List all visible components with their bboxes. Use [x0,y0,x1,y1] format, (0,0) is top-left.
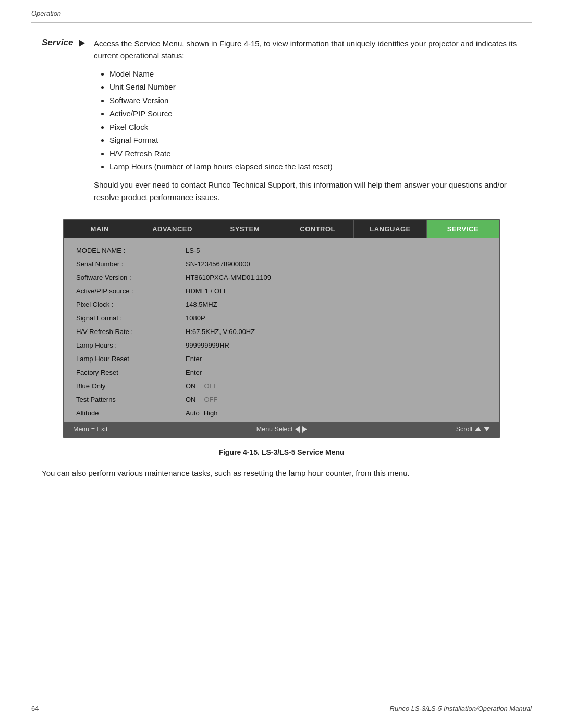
support-text: Should you ever need to contact Runco Te… [94,179,521,204]
osd-tab-bar: MAIN ADVANCED SYSTEM CONTROL LANGUAGE SE… [64,220,499,238]
manual-title: Runco LS-3/LS-5 Installation/Operation M… [390,705,532,712]
list-item: Unit Serial Number [109,80,521,94]
tab-language[interactable]: LANGUAGE [354,220,426,238]
table-row: Blue Only ON OFF [64,379,499,393]
table-row: Lamp Hour Reset Enter [64,352,499,366]
tab-advanced[interactable]: ADVANCED [136,220,209,238]
arrow-left-icon [295,426,300,433]
list-item: Pixel Clock [109,120,521,134]
table-row: Signal Format : 1080P [64,312,499,325]
feature-list: Model Name Unit Serial Number Software V… [109,67,521,174]
list-item: Model Name [109,67,521,81]
list-item: H/V Refresh Rate [109,147,521,161]
arrow-right-icon [302,426,307,433]
list-item: Lamp Hours (number of lamp hours elapsed… [109,160,521,174]
table-row: Factory Reset Enter [64,366,499,379]
figure-caption: Figure 4-15. LS-3/LS-5 Service Menu [42,448,521,456]
table-row: Test Patterns ON OFF [64,393,499,406]
page-footer: 64 Runco LS-3/LS-5 Installation/Operatio… [0,705,563,712]
page-header: Operation [0,0,563,17]
list-item: Software Version [109,94,521,107]
tab-main[interactable]: MAIN [64,220,136,238]
table-row: MODEL NAME : LS-5 [64,244,499,257]
tab-service[interactable]: SERVICE [427,220,499,238]
osd-footer: Menu = Exit Menu Select Scroll [64,422,499,437]
table-row: Pixel Clock : 148.5MHZ [64,298,499,312]
tab-system[interactable]: SYSTEM [209,220,282,238]
main-content: Service Access the Service Menu, shown i… [0,23,563,479]
table-row: Active/PIP source : HDMI 1 / OFF [64,285,499,298]
osd-menu: MAIN ADVANCED SYSTEM CONTROL LANGUAGE SE… [63,219,500,438]
table-row: Software Version : HT8610PXCA-MMD01.1109 [64,271,499,285]
table-row: Lamp Hours : 999999999HR [64,339,499,352]
scroll-label: Scroll [456,426,490,433]
service-intro: Service Access the Service Menu, shown i… [42,38,521,204]
table-row: Altitude Auto High [64,406,499,420]
table-row: Serial Number : SN-12345678900000 [64,257,499,271]
arrow-up-icon [475,427,481,431]
list-item: Active/PIP Source [109,107,521,120]
section-label: Operation [31,9,61,17]
tab-control[interactable]: CONTROL [282,220,354,238]
menu-exit-label: Menu = Exit [73,426,107,433]
service-label: Service [42,38,94,48]
list-item: Signal Format [109,133,521,147]
table-row: H/V Refresh Rate : H:67.5KHZ, V:60.00HZ [64,325,499,339]
arrow-down-icon [484,427,490,431]
maintenance-text: You can also perform various maintenance… [42,467,521,479]
osd-body: MODEL NAME : LS-5 Serial Number : SN-123… [64,238,499,420]
page-number: 64 [31,705,39,712]
menu-select-label: Menu Select [256,426,307,433]
service-text: Access the Service Menu, shown in Figure… [94,38,521,204]
arrow-right-icon [79,40,85,47]
